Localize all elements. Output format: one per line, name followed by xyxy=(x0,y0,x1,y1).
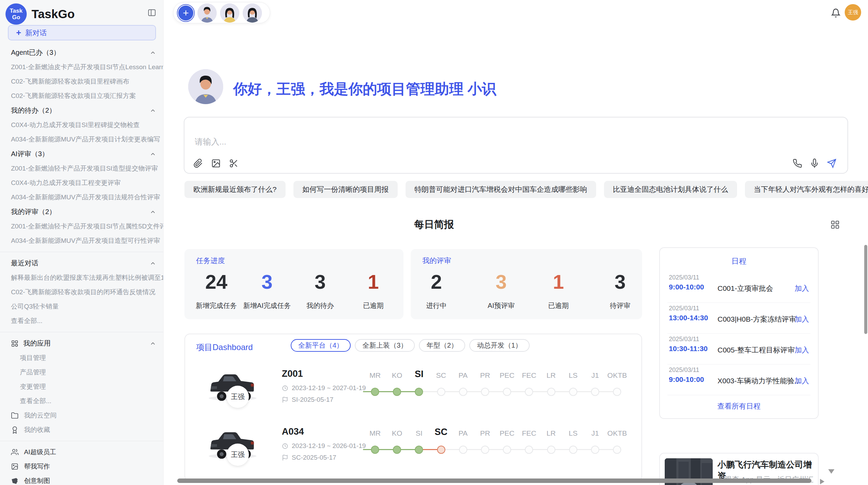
recent-conversation-item[interactable]: 解释最新出台的欧盟报废车法规再生塑料比例被调至15%... xyxy=(0,271,163,285)
sidebar-item-cloud-space[interactable]: 我的云空间 xyxy=(0,408,163,423)
schedule-event: 2025/03/1110:30-11:30C005-整车工程目标评审加入 xyxy=(660,334,818,364)
horizontal-scrollbar[interactable] xyxy=(177,478,811,483)
dashboard-tab[interactable]: 全新上装（3） xyxy=(355,339,415,352)
clock-icon xyxy=(282,385,288,391)
scroll-right-icon[interactable] xyxy=(820,479,824,484)
event-name: C005-整车工程目标评审 xyxy=(718,345,795,355)
scroll-down-icon[interactable] xyxy=(828,469,834,474)
add-agent-button[interactable]: + xyxy=(177,4,195,22)
section-title: 我的待办（2） xyxy=(11,106,149,115)
milestone-dot xyxy=(371,446,379,454)
agent-avatar-2[interactable] xyxy=(220,3,239,23)
sidebar-item[interactable]: C02-飞腾新能源轻客改款项目立项汇报方案 xyxy=(0,89,163,103)
composer-actions xyxy=(793,159,836,168)
join-link[interactable]: 加入 xyxy=(795,314,809,324)
composer-tools xyxy=(193,159,239,168)
view-all-schedule-link[interactable]: 查看所有日程 xyxy=(660,401,818,411)
dashboard-tab[interactable]: 动总开发（1） xyxy=(469,339,529,352)
scissors-icon[interactable] xyxy=(229,159,239,168)
app-item[interactable]: 变更管理 xyxy=(0,380,163,394)
image-upload-icon[interactable] xyxy=(211,159,221,168)
sidebar-nav: Agent已办（3）Z001-全新燃油皮卡产品开发项目SI节点Lesson Le… xyxy=(0,45,163,485)
section-header-my-apps[interactable]: 我的应用 xyxy=(0,336,163,351)
sidebar-item[interactable]: Z001-全新燃油皮卡产品开发项目SI节点Lesson Learn报告 xyxy=(0,60,163,74)
section-header-tasks-3[interactable]: 我的评审（2） xyxy=(0,204,163,219)
suggestion-chip[interactable]: 当下年轻人对汽车外观有怎样的喜好趋势 xyxy=(745,181,868,198)
join-link[interactable]: 加入 xyxy=(795,376,809,386)
milestone-dot xyxy=(547,388,555,396)
suggestion-chip[interactable]: 欧洲新规最近颁布了什么? xyxy=(184,181,286,198)
milestone-dot xyxy=(415,446,423,454)
sidebar-item[interactable]: A034-全新新能源MUV产品开发项目造型可行性评审 xyxy=(0,234,163,248)
milestone-dot xyxy=(459,446,467,454)
join-link[interactable]: 加入 xyxy=(795,284,809,293)
section-header-tasks-1[interactable]: 我的待办（2） xyxy=(0,103,163,118)
clock-icon xyxy=(282,443,288,449)
chat-input-box[interactable]: 请输入... xyxy=(184,117,848,174)
sidebar-footer-item[interactable]: 帮我写作 xyxy=(0,459,163,474)
app-item[interactable]: 产品管理 xyxy=(0,365,163,380)
project-owner-badge: 王强 xyxy=(227,386,249,408)
notification-bell-icon[interactable] xyxy=(831,8,841,18)
send-icon[interactable] xyxy=(827,159,836,168)
app-item[interactable]: 查看全部... xyxy=(0,394,163,408)
recent-conversation-item[interactable]: C02-飞腾新能源轻客改款项目的闭环通告反馈情况 xyxy=(0,285,163,299)
new-chat-button[interactable]: + 新对话 xyxy=(8,25,156,40)
milestone-dot xyxy=(437,446,445,454)
microphone-icon[interactable] xyxy=(810,159,819,168)
join-link[interactable]: 加入 xyxy=(795,345,809,355)
recent-conversation-item[interactable]: 查看全部... xyxy=(0,314,163,328)
sidebar-item[interactable]: C02-飞腾新能源轻客改款项目里程碑画布 xyxy=(0,74,163,89)
section-title: 我的应用 xyxy=(23,339,149,348)
sidebar-collapse-icon[interactable] xyxy=(147,8,156,17)
agent-switcher: + xyxy=(173,2,270,23)
event-time: 13:00-14:30 xyxy=(669,314,708,322)
section-header-tasks-2[interactable]: AI评审（3） xyxy=(0,147,163,161)
agent-avatar-1[interactable] xyxy=(197,3,217,23)
section-header-recent[interactable]: 最近对话 xyxy=(0,256,163,271)
stat-value: 2 xyxy=(402,270,471,293)
recent-conversation-item[interactable]: 公司Q3轻卡销量 xyxy=(0,299,163,314)
chevron-up-icon xyxy=(149,49,156,56)
suggestion-chip[interactable]: 如何写一份清晰的项目周报 xyxy=(293,181,398,198)
event-name: C003|H0B-方案冻结评审 xyxy=(718,314,796,324)
project-owner-badge: 王强 xyxy=(227,444,249,466)
sidebar-item[interactable]: C0X4-动力总成开发项目SI里程碑提交物检查 xyxy=(0,118,163,132)
app-item[interactable]: 项目管理 xyxy=(0,351,163,365)
event-time: 9:00-10:00 xyxy=(669,375,704,384)
milestone-dot xyxy=(503,388,511,396)
chevron-up-icon xyxy=(149,151,156,158)
sidebar-footer-item[interactable]: AI超级员工 xyxy=(0,445,163,459)
dashboard-tabs: 全新平台（4）全新上装（3）年型（2）动总开发（1） xyxy=(291,339,530,352)
layout-grid-icon[interactable] xyxy=(830,220,840,229)
user-avatar[interactable]: 王强 xyxy=(845,4,861,21)
sidebar-footer-item[interactable]: 创意制图 xyxy=(0,474,163,485)
stat-value: 3 xyxy=(586,270,654,293)
attachment-icon[interactable] xyxy=(193,159,203,168)
suggestion-chip[interactable]: 比亚迪全固态电池计划具体说了什么 xyxy=(604,181,737,198)
sidebar-item[interactable]: A034-全新新能源MUV产品开发项目法规符合性评审 xyxy=(0,190,163,204)
milestone-dot xyxy=(525,388,533,396)
schedule-title: 日程 xyxy=(660,256,818,266)
vertical-scrollbar[interactable] xyxy=(864,245,867,334)
section-header-tasks-0[interactable]: Agent已办（3） xyxy=(0,45,163,60)
sidebar-item[interactable]: Z001-全新燃油轻卡产品开发项目SI造型提交物评审 xyxy=(0,161,163,176)
app-window: Task Go TaskGo + 新对话 Agent已办（3）Z001-全新燃油… xyxy=(0,0,868,485)
agent-avatar-3[interactable] xyxy=(243,3,262,23)
suggestion-chip[interactable]: 特朗普可能对进口汽车增税会对中国车企造成哪些影响 xyxy=(406,181,596,198)
dashboard-tab[interactable]: 全新平台（4） xyxy=(291,339,351,352)
logo-text-top: Task xyxy=(10,8,23,14)
chevron-up-icon xyxy=(149,260,156,267)
project-flag-text: SC-2025-05-17 xyxy=(292,454,336,461)
sidebar-item[interactable]: C0X4-动力总成开发项目工程变更评审 xyxy=(0,176,163,190)
milestone-dot xyxy=(415,388,423,396)
sidebar-item[interactable]: A034-全新新能源MUV产品开发项目计划变更表编写 xyxy=(0,132,163,147)
milestone-dot xyxy=(459,388,467,396)
phone-call-icon[interactable] xyxy=(793,159,802,168)
flag-icon xyxy=(282,397,288,403)
sidebar-item-favorites[interactable]: 我的收藏 xyxy=(0,423,163,437)
star-badge-icon xyxy=(11,426,19,434)
dashboard-tab[interactable]: 年型（2） xyxy=(419,339,465,352)
chat-input-placeholder: 请输入... xyxy=(195,136,226,147)
project-flag-text: SI-2025-05-17 xyxy=(292,396,333,403)
